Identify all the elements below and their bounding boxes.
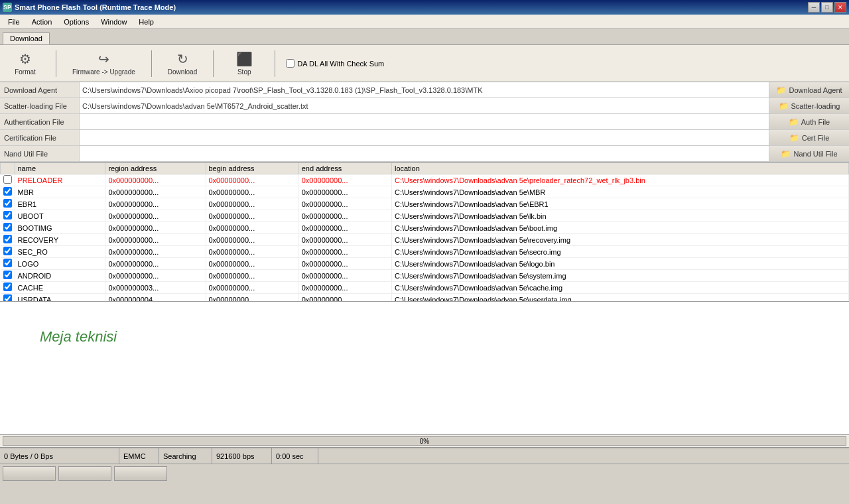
da-checkbox-label: DA DL All With Check Sum [297, 60, 384, 68]
firmware-label: Firmware -> Upgrade [72, 68, 135, 76]
col-region[interactable]: region address [105, 163, 206, 174]
auth-file-button[interactable]: Auth File [769, 114, 849, 129]
row-end: 0x00000000... [298, 270, 391, 282]
row-name: ANDROID [15, 270, 105, 282]
minimize-button[interactable]: ─ [808, 2, 820, 13]
row-name: CACHE [15, 282, 105, 294]
table-header-row: name region address begin address end ad… [1, 163, 849, 174]
col-location[interactable]: location [391, 163, 848, 174]
cert-file-input[interactable] [80, 130, 769, 145]
row-region: 0x000000000... [105, 222, 206, 234]
nand-util-label: Nand Util File [0, 146, 80, 161]
nand-util-input[interactable] [80, 146, 769, 161]
row-checkbox-9[interactable] [3, 283, 12, 291]
folder-icon-0 [776, 86, 786, 95]
table-row: USRDATA0x000000004...0x00000000...0x0000… [1, 294, 849, 302]
row-checkbox-4[interactable] [3, 223, 12, 231]
row-end: 0x00000000... [298, 210, 391, 222]
row-location: C:\Users\windows7\Downloads\advan 5e\boo… [391, 222, 848, 234]
bottom-btn-2[interactable] [58, 466, 111, 481]
row-checkbox-cell [1, 246, 15, 258]
format-button[interactable]: ⚙ Format [5, 48, 45, 78]
bottom-btn-3[interactable] [114, 466, 167, 481]
col-begin[interactable]: begin address [206, 163, 298, 174]
row-checkbox-3[interactable] [3, 211, 12, 220]
row-begin: 0x00000000... [206, 198, 298, 210]
table-row: UBOOT0x000000000...0x00000000...0x000000… [1, 210, 849, 222]
auth-file-input[interactable] [80, 114, 769, 129]
row-checkbox-7[interactable] [3, 259, 12, 267]
menu-item-window[interactable]: Window [96, 17, 132, 27]
row-checkbox-10[interactable] [3, 294, 12, 302]
row-checkbox-cell [1, 270, 15, 282]
menu-item-options[interactable]: Options [58, 17, 94, 27]
status-bytes: 0 Bytes / 0 Bps [0, 448, 119, 464]
row-name: SEC_RO [15, 246, 105, 258]
row-checkbox-cell [1, 294, 15, 302]
download-button[interactable]: ↻ Download [163, 48, 202, 78]
row-begin: 0x00000000... [206, 270, 298, 282]
menu-item-help[interactable]: Help [133, 17, 159, 27]
auth-file-label: Authentication File [0, 114, 80, 129]
download-agent-label: Download Agent [0, 82, 80, 97]
bottom-bar [0, 464, 849, 482]
close-button[interactable]: ✕ [834, 2, 846, 13]
row-checkbox-2[interactable] [3, 199, 12, 208]
row-location: C:\Users\windows7\Downloads\advan 5e\EBR… [391, 198, 848, 210]
row-checkbox-6[interactable] [3, 247, 12, 255]
firmware-button[interactable]: ↪ Firmware -> Upgrade [67, 48, 141, 78]
nand-util-button[interactable]: Nand Util File [769, 146, 849, 161]
toolbar: ⚙ Format ↪ Firmware -> Upgrade ↻ Downloa… [0, 45, 849, 82]
download-agent-button[interactable]: Download Agent [769, 82, 849, 97]
partition-table: name region address begin address end ad… [0, 162, 849, 302]
progress-label: 0% [3, 437, 846, 446]
scatter-loading-input[interactable] [80, 98, 769, 113]
row-name: PRELOADER [15, 174, 105, 186]
download-agent-btn-label: Download Agent [789, 86, 842, 94]
row-begin: 0x00000000... [206, 258, 298, 270]
row-region: 0x000000003... [105, 282, 206, 294]
tab-download[interactable]: Download [3, 32, 50, 44]
download-icon: ↻ [177, 51, 188, 67]
bottom-btn-1[interactable] [3, 466, 56, 481]
row-checkbox-8[interactable] [3, 271, 12, 279]
scatter-loading-btn-label: Scatter-loading [791, 102, 840, 110]
stop-button[interactable]: ⬛ Stop [224, 48, 264, 78]
row-name: RECOVERY [15, 234, 105, 246]
cert-file-button[interactable]: Cert File [769, 130, 849, 145]
format-icon: ⚙ [19, 51, 31, 67]
toolbar-sep-4 [275, 50, 275, 77]
row-name: MBR [15, 186, 105, 198]
toolbar-sep-2 [151, 50, 152, 77]
table-row: CACHE0x000000003...0x00000000...0x000000… [1, 282, 849, 294]
menu-item-file[interactable]: File [3, 17, 25, 27]
stop-label: Stop [237, 68, 251, 76]
row-begin: 0x00000000... [206, 234, 298, 246]
row-end: 0x00000000... [298, 258, 391, 270]
table-row: PRELOADER0x000000000...0x00000000...0x00… [1, 174, 849, 186]
app-title: Smart Phone Flash Tool (Runtime Trace Mo… [15, 3, 176, 11]
progress-area: 0% [0, 434, 849, 448]
maximize-button[interactable]: □ [821, 2, 833, 13]
folder-icon-2 [789, 117, 799, 127]
scatter-loading-button[interactable]: Scatter-loading [769, 98, 849, 113]
status-storage: EMMC [119, 448, 159, 464]
col-end[interactable]: end address [298, 163, 391, 174]
download-agent-input[interactable] [80, 82, 769, 97]
row-end: 0x00000000... [298, 246, 391, 258]
row-checkbox-5[interactable] [3, 235, 12, 243]
menu-item-action[interactable]: Action [27, 17, 58, 27]
da-checkbox[interactable] [286, 59, 294, 68]
table-body: PRELOADER0x000000000...0x00000000...0x00… [1, 174, 849, 302]
row-location: C:\Users\windows7\Downloads\advan 5e\sec… [391, 246, 848, 258]
col-name[interactable]: name [15, 163, 105, 174]
download-agent-row: Download Agent Download Agent [0, 82, 849, 98]
row-begin: 0x00000000... [206, 174, 298, 186]
row-location: C:\Users\windows7\Downloads\advan 5e\MBR [391, 186, 848, 198]
row-checkbox-0[interactable] [3, 175, 12, 184]
row-checkbox-cell [1, 174, 15, 186]
row-name: LOGO [15, 258, 105, 270]
row-checkbox-1[interactable] [3, 187, 12, 196]
progress-bar-container: 0% [3, 436, 846, 446]
title-bar: SP Smart Phone Flash Tool (Runtime Trace… [0, 0, 849, 15]
